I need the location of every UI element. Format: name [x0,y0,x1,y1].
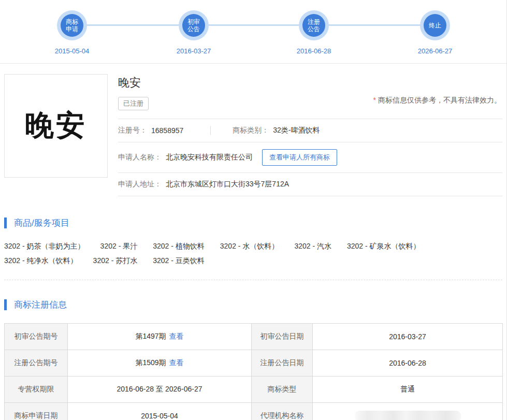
goods-item: 3202 - 果汁 [100,241,138,251]
step-circle-label: 注册 公告 [302,14,325,37]
step-circle-label: 初审 公告 [182,14,205,37]
redacted-agency-name [355,411,461,420]
dashed-divider [4,280,502,280]
step-label-line2: 申请 [66,25,78,33]
goods-item: 3202 - 豆类饮料 [153,256,205,265]
asterisk-icon: * [373,96,376,104]
cell-value: 第1509期查看 [68,350,252,376]
cell-value: 第1497期查看 [68,324,252,350]
gazette-number: 第1509期 [135,358,166,367]
registration-section-title: 商标注册信息 [14,299,67,311]
regno-value: 16858957 [151,126,183,135]
cell-label: 商标申请日期 [5,403,68,420]
cell-value [313,403,503,420]
step-label-line2: 公告 [308,25,320,33]
view-gazette-link[interactable]: 查看 [169,332,184,340]
step-circle-label: 商标 申请 [61,14,83,37]
address-value: 北京市东城区灯市口大街33号7层712A [166,180,289,189]
step-label-line1: 商标 [66,18,78,25]
step-label-line2: 公告 [187,25,200,33]
table-row: 初审公告期号 第1497期查看 初审公告日期 2016-03-27 [5,324,503,350]
goods-section-title: 商品/服务项目 [14,217,69,229]
goods-item: 3202 - 植物饮料 [153,241,205,251]
goods-item: 3202 - 奶茶（非奶为主） [4,241,85,251]
cell-label: 注册公告期号 [5,350,68,376]
goods-item: 3202 - 苏打水 [93,256,138,265]
step-circle: 商标 申请 [57,10,87,40]
cell-value: 2015-05-04 [68,403,252,420]
view-applicant-trademarks-button[interactable]: 查看申请人所有商标 [262,149,337,166]
cell-label: 注册公告日期 [252,350,313,376]
cell-label: 代理机构名称 [252,403,313,420]
cell-value: 2016-03-27 [313,324,503,350]
section-accent-bar [4,218,7,228]
registration-section-header: 商标注册信息 [4,299,502,311]
vertical-divider [210,126,211,135]
timeline-step-preliminary-publication: 初审 公告 2016-03-27 [163,10,225,55]
goods-list: 3202 - 奶茶（非奶为主） 3202 - 果汁 3202 - 植物饮料 32… [4,241,502,265]
step-date: 2015-05-04 [41,47,103,55]
goods-item: 3202 - 纯净水（饮料） [4,256,78,265]
trademark-name: 晚安 [118,74,502,91]
view-gazette-link[interactable]: 查看 [169,358,184,367]
goods-item: 3202 - 矿泉水（饮料） [347,241,421,251]
timeline-step-termination: 终止 2026-06-27 [404,10,466,55]
step-circle: 注册 公告 [299,10,329,40]
step-circle-label: 终止 [424,14,446,37]
step-label-line1: 注册 [308,18,320,25]
step-date: 2026-06-27 [404,47,466,55]
step-date: 2016-03-27 [163,47,225,55]
disclaimer-note: *商标信息仅供参考，不具有法律效力。 [373,96,501,105]
category-value: 32类-啤酒饮料 [273,126,320,135]
timeline-step-application: 商标 申请 2015-05-04 [41,10,103,55]
trademark-detail-page: 商标 申请 2015-05-04 初审 公告 2016-03-27 注册 公告 [0,0,507,420]
row-applicant: 申请人名称： 北京晚安科技有限责任公司 查看申请人所有商标 [118,142,502,173]
applicant-value: 北京晚安科技有限责任公司 [166,153,253,162]
step-label-line1: 终止 [429,22,441,29]
goods-section-header: 商品/服务项目 [4,217,502,229]
main-content: 晚安 晚安 *商标信息仅供参考，不具有法律效力。 已注册 注册号： 168589… [0,64,506,420]
step-circle: 初审 公告 [179,10,209,40]
cell-label: 专营权期限 [5,376,68,403]
timeline-step-registration-publication: 注册 公告 2016-06-28 [283,10,345,55]
address-label: 申请人地址： [118,180,162,189]
step-date: 2016-06-28 [283,47,345,55]
trademark-summary-card: 晚安 晚安 *商标信息仅供参考，不具有法律效力。 已注册 注册号： 168589… [4,74,502,196]
trademark-fields: 注册号： 16858957 商标类别： 32类-啤酒饮料 申请人名称： 北京晚安… [118,119,502,196]
status-badge: 已注册 [118,97,149,110]
row-regno-category: 注册号： 16858957 商标类别： 32类-啤酒饮料 [118,119,502,142]
timeline-connector-line [72,24,434,26]
step-circle: 终止 [420,10,450,40]
category-label: 商标类别： [233,126,269,135]
step-label-line1: 初审 [187,18,200,25]
row-address: 申请人地址： 北京市东城区灯市口大街33号7层712A [118,173,502,196]
applicant-label: 申请人名称： [118,153,162,162]
section-accent-bar [4,299,7,310]
gazette-number: 第1497期 [135,332,166,340]
goods-item: 3202 - 水（饮料） [220,241,279,251]
cell-label: 初审公告期号 [5,324,68,350]
cell-value: 2016-06-28 至 2026-06-27 [68,376,252,403]
trademark-image-text: 晚安 [25,106,87,146]
table-row: 专营权期限 2016-06-28 至 2026-06-27 商标类型 普通 [5,376,503,403]
cell-value: 2016-06-28 [313,350,503,376]
trademark-status-timeline: 商标 申请 2015-05-04 初审 公告 2016-03-27 注册 公告 [0,0,506,64]
goods-item: 3202 - 汽水 [294,241,331,251]
cell-value: 普通 [313,376,503,403]
cell-label: 商标类型 [252,376,313,403]
disclaimer-text: 商标信息仅供参考，不具有法律效力。 [378,96,501,104]
table-row: 商标申请日期 2015-05-04 代理机构名称 [5,403,503,420]
regno-label: 注册号： [118,126,147,135]
table-row: 注册公告期号 第1509期查看 注册公告日期 2016-06-28 [5,350,503,376]
trademark-image: 晚安 [4,74,108,178]
registration-info-table: 初审公告期号 第1497期查看 初审公告日期 2016-03-27 注册公告期号… [4,323,503,420]
trademark-info: 晚安 *商标信息仅供参考，不具有法律效力。 已注册 注册号： 16858957 … [118,74,502,196]
cell-label: 初审公告日期 [252,324,313,350]
